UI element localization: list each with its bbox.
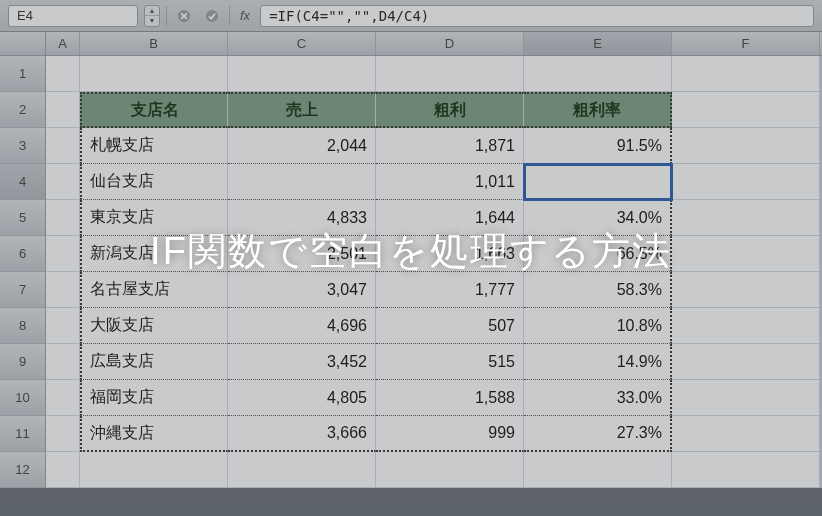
cell-A2[interactable] xyxy=(46,92,80,128)
cell-A6[interactable] xyxy=(46,236,80,272)
cell-C8[interactable]: 4,696 xyxy=(228,308,376,344)
row-header-3[interactable]: 3 xyxy=(0,128,46,164)
cell-C12[interactable] xyxy=(228,452,376,488)
cell-C5[interactable]: 4,833 xyxy=(228,200,376,236)
confirm-button[interactable] xyxy=(201,5,223,27)
cell-F2[interactable] xyxy=(672,92,820,128)
select-all-corner[interactable] xyxy=(0,32,46,55)
fx-icon[interactable]: fx xyxy=(236,8,254,23)
cell-F7[interactable] xyxy=(672,272,820,308)
cell-E10[interactable]: 33.0% xyxy=(524,380,672,416)
name-box-stepper[interactable]: ▲ ▼ xyxy=(144,5,160,27)
row-header-1[interactable]: 1 xyxy=(0,56,46,92)
cell-A7[interactable] xyxy=(46,272,80,308)
cell-F6[interactable] xyxy=(672,236,820,272)
stepper-up-icon[interactable]: ▲ xyxy=(145,6,159,17)
cell-B8[interactable]: 大阪支店 xyxy=(80,308,228,344)
cell-D5[interactable]: 1,644 xyxy=(376,200,524,236)
cell-F9[interactable] xyxy=(672,344,820,380)
cell-F10[interactable] xyxy=(672,380,820,416)
cell-F3[interactable] xyxy=(672,128,820,164)
cell-B6[interactable]: 新潟支店 xyxy=(80,236,228,272)
cell-C10[interactable]: 4,805 xyxy=(228,380,376,416)
cell-A12[interactable] xyxy=(46,452,80,488)
cell-C4[interactable] xyxy=(228,164,376,200)
cell-E9[interactable]: 14.9% xyxy=(524,344,672,380)
cell-D9[interactable]: 515 xyxy=(376,344,524,380)
cell-D3[interactable]: 1,871 xyxy=(376,128,524,164)
cell-F1[interactable] xyxy=(672,56,820,92)
cell-E6[interactable]: 66.5% xyxy=(524,236,672,272)
cell-A9[interactable] xyxy=(46,344,80,380)
column-header-A[interactable]: A xyxy=(46,32,80,55)
cell-D8[interactable]: 507 xyxy=(376,308,524,344)
cell-B1[interactable] xyxy=(80,56,228,92)
cell-C1[interactable] xyxy=(228,56,376,92)
cell-E12[interactable] xyxy=(524,452,672,488)
cell-B4[interactable]: 仙台支店 xyxy=(80,164,228,200)
cell-A11[interactable] xyxy=(46,416,80,452)
cell-C9[interactable]: 3,452 xyxy=(228,344,376,380)
cell-B5[interactable]: 東京支店 xyxy=(80,200,228,236)
row-header-7[interactable]: 7 xyxy=(0,272,46,308)
cell-E5[interactable]: 34.0% xyxy=(524,200,672,236)
cell-F4[interactable] xyxy=(672,164,820,200)
cell-E7[interactable]: 58.3% xyxy=(524,272,672,308)
cell-A1[interactable] xyxy=(46,56,80,92)
column-header-B[interactable]: B xyxy=(80,32,228,55)
row-header-12[interactable]: 12 xyxy=(0,452,46,488)
cell-C3[interactable]: 2,044 xyxy=(228,128,376,164)
cell-C2[interactable]: 売上 xyxy=(228,92,376,128)
cell-B3[interactable]: 札幌支店 xyxy=(80,128,228,164)
cell-F8[interactable] xyxy=(672,308,820,344)
cell-A3[interactable] xyxy=(46,128,80,164)
cell-D12[interactable] xyxy=(376,452,524,488)
cell-D6[interactable]: 1,663 xyxy=(376,236,524,272)
column-header-E[interactable]: E xyxy=(524,32,672,55)
cancel-button[interactable] xyxy=(173,5,195,27)
cell-E1[interactable] xyxy=(524,56,672,92)
cell-B11[interactable]: 沖縄支店 xyxy=(80,416,228,452)
cell-D10[interactable]: 1,588 xyxy=(376,380,524,416)
cell-D4[interactable]: 1,011 xyxy=(376,164,524,200)
cell-C6[interactable]: 2,501 xyxy=(228,236,376,272)
stepper-down-icon[interactable]: ▼ xyxy=(145,16,159,26)
cell-D2[interactable]: 粗利 xyxy=(376,92,524,128)
cell-B9[interactable]: 広島支店 xyxy=(80,344,228,380)
formula-input[interactable]: =IF(C4="","",D4/C4) xyxy=(260,5,814,27)
cell-F5[interactable] xyxy=(672,200,820,236)
cell-F11[interactable] xyxy=(672,416,820,452)
cell-E8[interactable]: 10.8% xyxy=(524,308,672,344)
cell-C7[interactable]: 3,047 xyxy=(228,272,376,308)
row-12: 12 xyxy=(0,452,822,488)
column-header-D[interactable]: D xyxy=(376,32,524,55)
cell-E11[interactable]: 27.3% xyxy=(524,416,672,452)
row-header-2[interactable]: 2 xyxy=(0,92,46,128)
cell-D1[interactable] xyxy=(376,56,524,92)
cell-F12[interactable] xyxy=(672,452,820,488)
row-header-5[interactable]: 5 xyxy=(0,200,46,236)
cell-A10[interactable] xyxy=(46,380,80,416)
cell-D11[interactable]: 999 xyxy=(376,416,524,452)
row-header-9[interactable]: 9 xyxy=(0,344,46,380)
cell-E3[interactable]: 91.5% xyxy=(524,128,672,164)
cell-B7[interactable]: 名古屋支店 xyxy=(80,272,228,308)
cell-E2[interactable]: 粗利率 xyxy=(524,92,672,128)
cell-A5[interactable] xyxy=(46,200,80,236)
row-header-6[interactable]: 6 xyxy=(0,236,46,272)
cell-A8[interactable] xyxy=(46,308,80,344)
cell-B12[interactable] xyxy=(80,452,228,488)
cell-C11[interactable]: 3,666 xyxy=(228,416,376,452)
cell-A4[interactable] xyxy=(46,164,80,200)
row-header-4[interactable]: 4 xyxy=(0,164,46,200)
cell-D7[interactable]: 1,777 xyxy=(376,272,524,308)
cell-B10[interactable]: 福岡支店 xyxy=(80,380,228,416)
cell-E4[interactable] xyxy=(524,164,672,200)
name-box[interactable]: E4 xyxy=(8,5,138,27)
row-header-8[interactable]: 8 xyxy=(0,308,46,344)
row-header-10[interactable]: 10 xyxy=(0,380,46,416)
column-header-C[interactable]: C xyxy=(228,32,376,55)
row-header-11[interactable]: 11 xyxy=(0,416,46,452)
cell-B2[interactable]: 支店名 xyxy=(80,92,228,128)
column-header-F[interactable]: F xyxy=(672,32,820,55)
